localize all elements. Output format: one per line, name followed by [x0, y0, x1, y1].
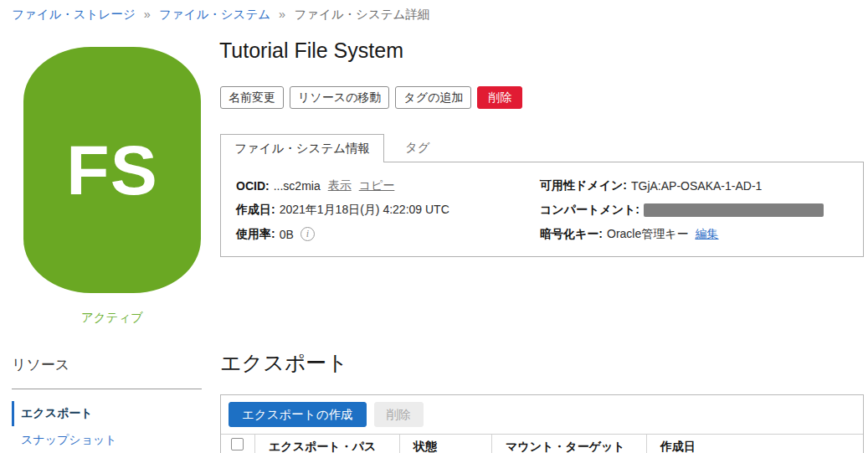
- availability-domain-label: 可用性ドメイン:: [540, 178, 627, 193]
- move-resource-button[interactable]: リソースの移動: [290, 86, 389, 109]
- encryption-key-edit-link[interactable]: 編集: [696, 227, 719, 242]
- breadcrumb-separator: »: [279, 8, 285, 21]
- select-all-checkbox[interactable]: [231, 438, 244, 450]
- sidebar-item-snapshots[interactable]: スナップショット: [12, 430, 202, 450]
- breadcrumb-link-file-storage[interactable]: ファイル・ストレージ: [12, 8, 136, 21]
- resources-heading: リソース: [12, 355, 202, 374]
- compartment-redacted-value: [644, 203, 824, 217]
- utilization-row: 使用率: 0B i: [236, 222, 449, 246]
- delete-button[interactable]: 削除: [477, 86, 522, 109]
- breadcrumb-current: ファイル・システム詳細: [294, 8, 429, 21]
- tab-bar: ファイル・システム情報 タグ: [220, 134, 864, 162]
- ocid-copy-link[interactable]: コピー: [359, 178, 395, 193]
- ocid-row: OCID: ...sc2mia 表示 コピー: [236, 173, 449, 198]
- breadcrumb-link-file-systems[interactable]: ファイル・システム: [159, 8, 270, 21]
- breadcrumb-separator: »: [144, 8, 151, 21]
- rename-button[interactable]: 名前変更: [220, 86, 284, 109]
- page-title: Tutorial File System: [219, 39, 403, 63]
- info-icon[interactable]: i: [300, 227, 315, 241]
- utilization-label: 使用率:: [236, 227, 275, 242]
- select-all-cell: [221, 435, 254, 453]
- file-system-icon-label: FS: [66, 130, 157, 211]
- created-row: 作成日: 2021年1月18日(月) 4:22:09 UTC: [236, 198, 449, 222]
- details-right-column: 可用性ドメイン: TGjA:AP-OSAKA-1-AD-1 コンパートメント: …: [540, 173, 824, 246]
- column-mount-target: マウント・ターゲット: [491, 435, 646, 453]
- create-export-button[interactable]: エクスポートの作成: [229, 402, 367, 427]
- ocid-show-link[interactable]: 表示: [328, 178, 352, 193]
- availability-domain-row: 可用性ドメイン: TGjA:AP-OSAKA-1-AD-1: [540, 173, 824, 198]
- detail-tabs-panel: ファイル・システム情報 タグ OCID: ...sc2mia 表示 コピー 作成…: [220, 134, 864, 257]
- sidebar-item-snapshots-label: スナップショット: [21, 433, 117, 448]
- file-system-info-panel: OCID: ...sc2mia 表示 コピー 作成日: 2021年1月18日(月…: [220, 162, 864, 257]
- utilization-value: 0B: [280, 228, 294, 241]
- exports-heading: エクスポート: [220, 349, 864, 377]
- tab-tags[interactable]: タグ: [384, 134, 451, 162]
- exports-section: エクスポート エクスポートの作成 削除 エクスポート・パス 状態 マウント・ター…: [220, 349, 864, 453]
- column-created: 作成日: [646, 435, 863, 453]
- ocid-label: OCID:: [236, 179, 270, 193]
- add-tags-button[interactable]: タグの追加: [395, 86, 471, 109]
- encryption-key-row: 暗号化キー: Oracle管理キー 編集: [540, 222, 824, 246]
- sidebar-divider: [12, 389, 202, 389]
- sidebar-item-exports-label: エクスポート: [21, 406, 93, 421]
- availability-domain-value: TGjA:AP-OSAKA-1-AD-1: [631, 179, 762, 193]
- sidebar-item-exports[interactable]: エクスポート: [12, 401, 202, 426]
- created-value: 2021年1月18日(月) 4:22:09 UTC: [280, 203, 449, 218]
- compartment-label: コンパートメント:: [540, 203, 639, 218]
- details-left-column: OCID: ...sc2mia 表示 コピー 作成日: 2021年1月18日(月…: [236, 173, 449, 246]
- exports-toolbar: エクスポートの作成 削除: [221, 395, 863, 434]
- delete-export-button: 削除: [374, 402, 424, 427]
- ocid-value: ...sc2mia: [274, 179, 321, 193]
- column-state: 状態: [399, 435, 491, 453]
- tab-file-system-info[interactable]: ファイル・システム情報: [220, 134, 384, 162]
- action-bar: 名前変更 リソースの移動 タグの追加 削除: [220, 86, 522, 109]
- file-system-icon: FS: [23, 47, 201, 293]
- encryption-key-value: Oracle管理キー: [607, 227, 689, 242]
- encryption-key-label: 暗号化キー:: [540, 227, 603, 242]
- breadcrumb: ファイル・ストレージ » ファイル・システム » ファイル・システム詳細: [12, 7, 429, 23]
- status-badge: アクティブ: [23, 310, 201, 326]
- exports-table-panel: エクスポートの作成 削除 エクスポート・パス 状態 マウント・ターゲット 作成日: [220, 394, 864, 453]
- compartment-row: コンパートメント:: [540, 198, 824, 222]
- resources-sidebar: リソース エクスポート スナップショット: [12, 355, 202, 450]
- column-export-path: エクスポート・パス: [254, 435, 399, 453]
- exports-table-header: エクスポート・パス 状態 マウント・ターゲット 作成日: [221, 434, 863, 453]
- created-label: 作成日:: [236, 203, 275, 218]
